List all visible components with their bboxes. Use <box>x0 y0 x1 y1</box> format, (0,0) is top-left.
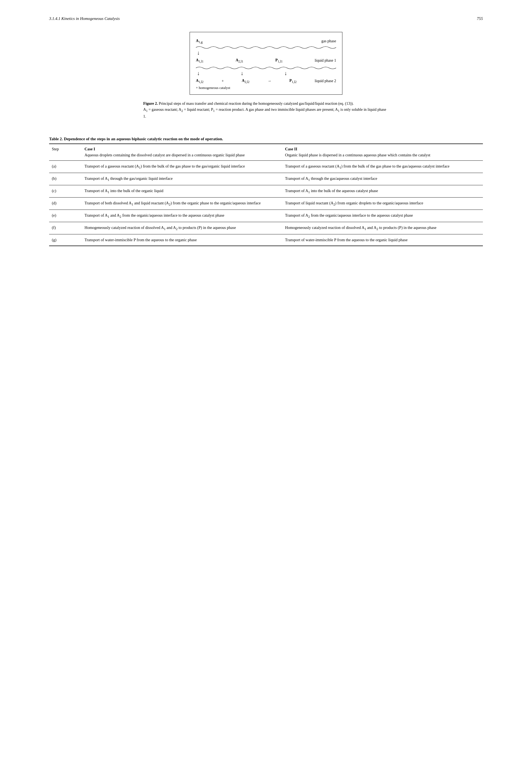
table-section: Table 2. Dependence of the steps in an a… <box>49 136 483 247</box>
lp2-row: A1,l2 + A2,l2 → P1,l2 liquid phase 2 <box>196 76 336 85</box>
table-row: (a)Transport of a gaseous reactant (A1) … <box>49 160 483 173</box>
table-cell-case2: Transport of A2 from the organic/aqueous… <box>282 210 483 222</box>
table-row: (e)Transport of A1 and A2 from the organ… <box>49 210 483 222</box>
table-cell-case1: Transport of both dissolved A1 and liqui… <box>82 197 282 210</box>
main-table: Step Case I Aqueous droplets containing … <box>49 144 483 246</box>
table-cell-case2: Homogeneously catalyzed reaction of diss… <box>282 222 483 234</box>
lp2-arrow: → <box>268 79 271 83</box>
lp1-label-A2: A2,l1 <box>236 58 243 63</box>
table-cell-case1: Transport of A1 into the bulk of the org… <box>82 185 282 197</box>
table-cell-step: (e) <box>49 210 82 222</box>
table-cell-case2: Transport of water-immiscible P from the… <box>282 234 483 246</box>
wavy-line-2 <box>196 65 336 70</box>
figure-caption-sub: A1 = gaseous reactant; A2 = liquid react… <box>143 108 386 118</box>
col-step-header: Step <box>49 144 82 160</box>
table-cell-step: (g) <box>49 234 82 246</box>
lp2-plus1: + <box>222 79 224 83</box>
table-title: Table 2. Dependence of the steps in an a… <box>49 136 483 142</box>
page-number: 755 <box>477 16 483 21</box>
lp1-label-P1: P1,l1 <box>275 58 282 63</box>
diagram-box: A1,g gas phase ↓ A1,l1 A2,l1 P1,l1 liqui… <box>190 32 342 95</box>
table-footer <box>49 246 483 246</box>
gas-label: A1,g <box>196 39 203 44</box>
table-cell-case2: Transport of a gaseous reactant (A1) fro… <box>282 160 483 173</box>
chapter-title: 3.1.4.1 Kinetics in Homogeneous Catalysi… <box>49 16 120 21</box>
col-case2-header: Case II Organic liquid phase is disperse… <box>282 144 483 160</box>
table-cell-case2: Transport of A1 through the gas/aqueous … <box>282 173 483 185</box>
hom-cat-label: + homogeneous catalyst <box>196 86 336 90</box>
gas-phase-row: A1,g gas phase <box>196 37 336 45</box>
table-cell-step: (a) <box>49 160 82 173</box>
lp2-phase-label: liquid phase 2 <box>315 79 336 83</box>
gas-phase-label: gas phase <box>321 39 336 43</box>
table-cell-step: (f) <box>49 222 82 234</box>
table-cell-case1: Transport of A1 through the gas/organic … <box>82 173 282 185</box>
lp1-label-A1: A1,l1 <box>196 58 204 63</box>
table-row: (g)Transport of water-immiscible P from … <box>49 234 483 246</box>
table-cell-case2: Transport of A1 into the bulk of the aqu… <box>282 185 483 197</box>
figure-caption-bold: Figure 2. <box>143 102 158 106</box>
table-row: (c)Transport of A1 into the bulk of the … <box>49 185 483 197</box>
table-row: (d)Transport of both dissolved A1 and li… <box>49 197 483 210</box>
table-cell-case1: Transport of a gaseous reactant (A1) fro… <box>82 160 282 173</box>
table-cell-case1: Transport of A1 and A2 from the organic/… <box>82 210 282 222</box>
table-cell-case1: Homogeneously catalyzed reaction of diss… <box>82 222 282 234</box>
lp1-row: A1,l1 A2,l1 P1,l1 liquid phase 1 <box>196 56 336 65</box>
arrow-down-1: ↓ <box>196 50 336 55</box>
table-cell-step: (b) <box>49 173 82 185</box>
table-cell-step: (c) <box>49 185 82 197</box>
table-cell-case2: Transport of liquid reactant (A2) from o… <box>282 197 483 210</box>
lp2-label-A2: A2,l2 <box>242 79 249 84</box>
figure-section: A1,g gas phase ↓ A1,l1 A2,l1 P1,l1 liqui… <box>49 32 483 120</box>
wavy-line-1 <box>196 45 336 50</box>
table-header-row: Step Case I Aqueous droplets containing … <box>49 144 483 160</box>
figure-caption: Figure 2. Principal steps of mass transf… <box>143 101 389 119</box>
lp2-label-P1: P1,l2 <box>289 79 297 84</box>
col-case1-header: Case I Aqueous droplets containing the d… <box>82 144 282 160</box>
page-header: 3.1.4.1 Kinetics in Homogeneous Catalysi… <box>49 16 483 21</box>
figure-caption-text: Principal steps of mass transfer and che… <box>159 102 354 106</box>
table-cell-step: (d) <box>49 197 82 210</box>
table-cell-case1: Transport of water-immiscible P from the… <box>82 234 282 246</box>
table-row: (b)Transport of A1 through the gas/organ… <box>49 173 483 185</box>
arrow-group-2: ↓ ↓ ↓ <box>197 70 336 76</box>
table-row: (f)Homogeneously catalyzed reaction of d… <box>49 222 483 234</box>
lp2-label-A1: A1,l2 <box>196 79 204 84</box>
lp1-phase-label: liquid phase 1 <box>315 58 336 63</box>
